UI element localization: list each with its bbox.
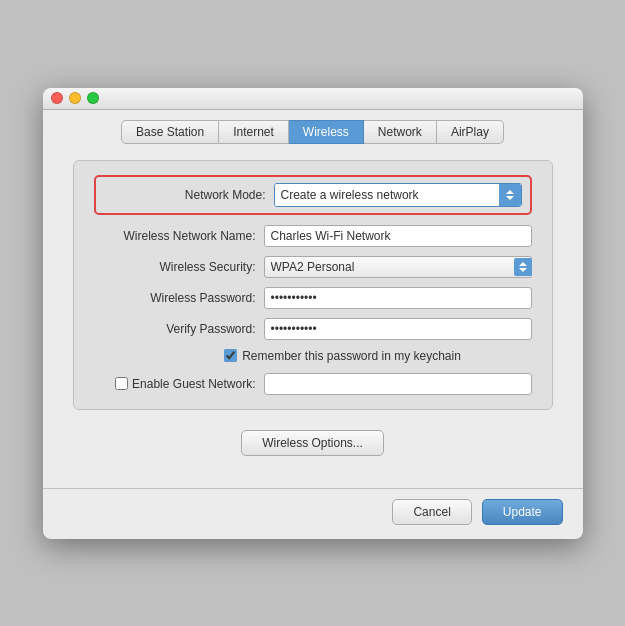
keychain-checkbox[interactable] [224, 349, 237, 362]
guest-network-input[interactable] [264, 373, 532, 395]
minimize-button[interactable] [69, 92, 81, 104]
security-select[interactable]: None WPA Personal WPA2 Personal WPA/WPA2… [264, 256, 532, 278]
verify-row: Verify Password: [94, 318, 532, 340]
keychain-row: Remember this password in my keychain [94, 349, 532, 363]
update-button[interactable]: Update [482, 499, 563, 525]
security-label: Wireless Security: [94, 260, 264, 274]
content-area: Network Mode: Create a wireless network … [43, 144, 583, 488]
guest-network-checkbox[interactable] [115, 377, 128, 390]
guest-network-row: Enable Guest Network: [94, 373, 532, 395]
network-name-label: Wireless Network Name: [94, 229, 264, 243]
footer: Cancel Update [43, 488, 583, 539]
password-label: Wireless Password: [94, 291, 264, 305]
wireless-options-button[interactable]: Wireless Options... [241, 430, 384, 456]
verify-label: Verify Password: [94, 322, 264, 336]
network-mode-select[interactable]: Create a wireless network Join a wireles… [275, 184, 521, 206]
verify-input[interactable] [264, 318, 532, 340]
tab-network[interactable]: Network [364, 120, 437, 144]
keychain-label: Remember this password in my keychain [242, 349, 461, 363]
network-mode-highlight: Network Mode: Create a wireless network … [94, 175, 532, 215]
tab-wireless[interactable]: Wireless [289, 120, 364, 144]
network-name-row: Wireless Network Name: [94, 225, 532, 247]
form-section: Network Mode: Create a wireless network … [73, 160, 553, 410]
tab-airplay[interactable]: AirPlay [437, 120, 504, 144]
options-row: Wireless Options... [73, 430, 553, 456]
close-button[interactable] [51, 92, 63, 104]
network-name-input[interactable] [264, 225, 532, 247]
network-mode-select-wrapper[interactable]: Create a wireless network Join a wireles… [274, 183, 522, 207]
tabs-bar: Base Station Internet Wireless Network A… [43, 110, 583, 144]
titlebar [43, 88, 583, 110]
guest-network-label-group: Enable Guest Network: [94, 377, 264, 391]
network-mode-row: Network Mode: Create a wireless network … [104, 183, 522, 207]
network-mode-label: Network Mode: [104, 188, 274, 202]
security-row: Wireless Security: None WPA Personal WPA… [94, 256, 532, 278]
main-window: Base Station Internet Wireless Network A… [43, 88, 583, 539]
security-select-wrapper[interactable]: None WPA Personal WPA2 Personal WPA/WPA2… [264, 256, 532, 278]
maximize-button[interactable] [87, 92, 99, 104]
password-row: Wireless Password: [94, 287, 532, 309]
tab-base-station[interactable]: Base Station [121, 120, 219, 144]
tab-internet[interactable]: Internet [219, 120, 289, 144]
password-input[interactable] [264, 287, 532, 309]
guest-network-label: Enable Guest Network: [132, 377, 255, 391]
cancel-button[interactable]: Cancel [392, 499, 471, 525]
